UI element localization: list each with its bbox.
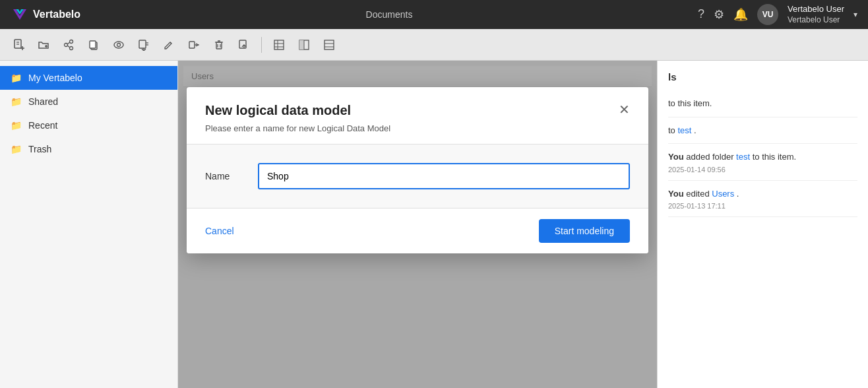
modal-header-text: New logical data model Please enter a na… <box>205 103 390 133</box>
import-icon <box>238 39 250 51</box>
name-input[interactable] <box>258 163 630 189</box>
sidebar-item-shared[interactable]: 📁 Shared <box>0 90 177 113</box>
sidebar-item-my-vertabelo[interactable]: 📁 My Vertabelo <box>0 66 177 90</box>
svg-rect-15 <box>90 41 96 48</box>
svg-rect-32 <box>274 40 284 49</box>
activity-time: 2025-01-14 09:56 <box>668 166 857 174</box>
svg-line-13 <box>68 46 70 48</box>
content-area: Users New logical data model Please ente… <box>178 61 657 388</box>
new-document-button[interactable] <box>8 34 29 55</box>
share-icon <box>63 39 75 51</box>
notifications-button[interactable]: 🔔 <box>733 7 748 22</box>
vertabelo-logo: Vertabelo <box>11 5 80 24</box>
top-navigation: Vertabelo Documents ? ⚙ 🔔 VU Vertabelo U… <box>0 0 868 29</box>
activity-text: You edited Users . <box>668 187 857 201</box>
user-menu-chevron[interactable]: ▾ <box>853 10 857 19</box>
page-title: Documents <box>366 9 413 20</box>
new-folder-button[interactable] <box>33 34 54 55</box>
diagram1-icon <box>273 39 285 51</box>
activity-text: to test . <box>668 124 857 137</box>
share-button[interactable] <box>58 34 79 55</box>
modal-title: New logical data model <box>205 103 390 118</box>
activity-item: You edited Users . 2025-01-13 17:11 <box>668 181 857 218</box>
main-layout: 📁 My Vertabelo 📁 Shared 📁 Recent 📁 Trash… <box>0 61 868 388</box>
svg-rect-37 <box>299 40 304 49</box>
sidebar-item-label: Trash <box>28 144 51 154</box>
folder-icon: 📁 <box>11 73 22 83</box>
user-controls: ? ⚙ 🔔 VU Vertabelo User Vertabelo User ▾ <box>698 4 857 25</box>
toolbar <box>0 29 868 61</box>
svg-line-12 <box>68 42 70 44</box>
diagram2-icon <box>298 39 310 51</box>
new-doc-icon <box>13 39 24 51</box>
svg-rect-18 <box>139 40 146 48</box>
settings-button[interactable]: ⚙ <box>714 7 724 22</box>
sidebar-item-recent[interactable]: 📁 Recent <box>0 113 177 137</box>
svg-point-17 <box>117 43 121 46</box>
copy-button[interactable] <box>83 34 104 55</box>
export-icon <box>138 39 150 51</box>
preview-icon <box>113 39 125 51</box>
copy-icon <box>88 39 100 51</box>
modal-subtitle: Please enter a name for new Logical Data… <box>205 123 390 133</box>
activity-link[interactable]: test <box>677 125 691 135</box>
delete-icon <box>213 39 225 51</box>
svg-rect-39 <box>325 40 334 49</box>
start-modeling-button[interactable]: Start modeling <box>539 219 630 243</box>
edit-button[interactable] <box>158 34 179 55</box>
right-panel: ls to this item. to test . You added fol… <box>657 61 868 388</box>
activity-item: to test . <box>668 117 857 145</box>
sidebar-item-trash[interactable]: 📁 Trash <box>0 137 177 161</box>
activity-item: You added folder test to this item. 2025… <box>668 144 857 181</box>
new-model-modal: New logical data model Please enter a na… <box>187 87 648 253</box>
export-button[interactable] <box>133 34 154 55</box>
svg-point-9 <box>65 43 68 46</box>
svg-rect-30 <box>239 40 246 48</box>
diagram-type-3-button[interactable] <box>319 34 340 55</box>
modal-header: New logical data model Please enter a na… <box>187 87 648 145</box>
folder-icon: 📁 <box>11 96 22 107</box>
cancel-button[interactable]: Cancel <box>205 220 234 242</box>
modal-body: Name <box>187 145 648 208</box>
diagram-type-1-button[interactable] <box>268 34 290 55</box>
logo-text: Vertabelo <box>33 9 80 20</box>
activity-link[interactable]: Users <box>712 189 734 199</box>
sidebar-item-label: My Vertabelo <box>28 73 82 83</box>
diagram-type-2-button[interactable] <box>294 34 315 55</box>
delete-button[interactable] <box>208 34 230 55</box>
name-form-row: Name <box>205 163 630 189</box>
folder-icon: 📁 <box>11 120 22 131</box>
move-button[interactable] <box>183 34 204 55</box>
svg-point-16 <box>114 42 123 48</box>
help-button[interactable]: ? <box>698 7 704 21</box>
toolbar-divider <box>261 37 262 53</box>
svg-line-22 <box>170 42 171 44</box>
folder-icon: 📁 <box>11 144 22 154</box>
logo-area: Vertabelo <box>11 5 80 24</box>
diagram3-icon <box>323 39 335 51</box>
logo-icon <box>11 5 29 24</box>
name-label: Name <box>205 171 245 181</box>
panel-title: ls <box>668 71 857 82</box>
activity-link[interactable]: test <box>736 152 750 162</box>
new-folder-icon <box>38 39 49 51</box>
svg-point-11 <box>70 46 73 49</box>
modal-backdrop: New logical data model Please enter a na… <box>178 61 657 388</box>
avatar: VU <box>757 4 778 25</box>
activity-text: to this item. <box>668 97 857 110</box>
move-icon <box>188 39 200 51</box>
modal-footer: Cancel Start modeling <box>187 208 648 253</box>
edit-icon <box>163 39 175 51</box>
svg-point-10 <box>70 40 73 43</box>
svg-rect-23 <box>189 42 195 48</box>
modal-close-button[interactable]: ✕ <box>619 103 630 116</box>
activity-item: to this item. <box>668 90 857 117</box>
user-sub: Vertabelo User <box>788 15 844 26</box>
activity-time: 2025-01-13 17:11 <box>668 202 857 210</box>
preview-button[interactable] <box>108 34 129 55</box>
user-info: Vertabelo User Vertabelo User <box>788 4 844 25</box>
activity-text: You added folder test to this item. <box>668 150 857 164</box>
sidebar-item-label: Shared <box>28 96 58 107</box>
import-button[interactable] <box>233 34 255 55</box>
sidebar: 📁 My Vertabelo 📁 Shared 📁 Recent 📁 Trash <box>0 61 178 388</box>
